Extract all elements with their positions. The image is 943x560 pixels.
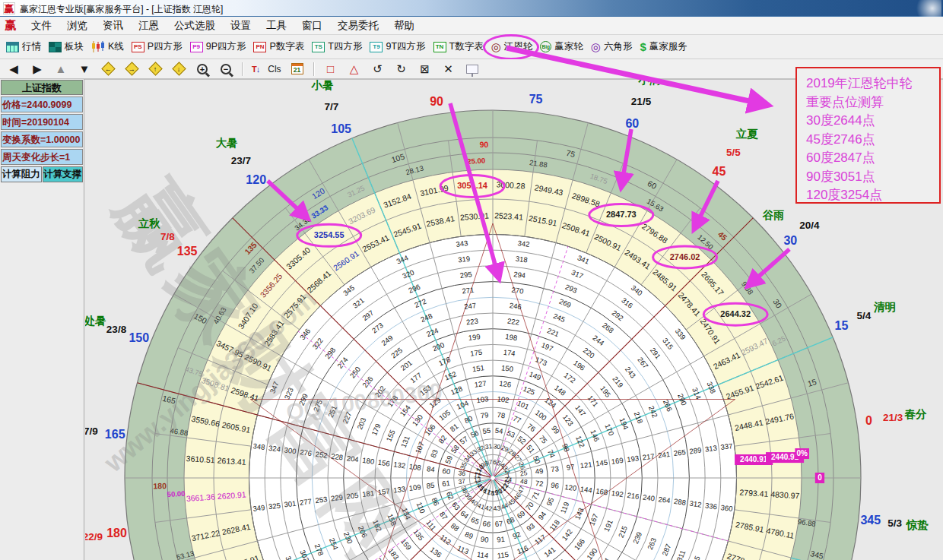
svg-text:2644.32: 2644.32: [720, 309, 751, 318]
svg-text:246: 246: [509, 301, 522, 311]
menu-item-帮助[interactable]: 帮助: [386, 18, 422, 33]
toolbar-item-sectors[interactable]: 板块: [47, 39, 85, 55]
svg-text:60: 60: [442, 467, 451, 476]
svg-text:150: 150: [129, 331, 149, 344]
menu-item-交易委托[interactable]: 交易委托: [330, 18, 386, 33]
svg-text:103: 103: [476, 394, 489, 404]
draw-tool-t-updown-icon[interactable]: T↓: [252, 62, 259, 77]
annotation-box: 2019年江恩轮中轮重要点位测算30度2644点45度2746点60度2847点…: [795, 67, 941, 204]
toolbar-item-quotes[interactable]: 行情: [5, 39, 43, 55]
draw-tool-forward-icon[interactable]: ▶: [30, 62, 45, 77]
toolbar-item-9p-square[interactable]: P99P四方形: [189, 39, 248, 55]
toolbar-item-label: 板块: [65, 40, 84, 53]
svg-text:24: 24: [504, 475, 513, 483]
svg-text:78: 78: [497, 410, 506, 419]
menu-item-窗口[interactable]: 窗口: [294, 18, 330, 33]
svg-text:4830.97: 4830.97: [770, 489, 800, 500]
svg-text:7/8: 7/8: [160, 231, 175, 242]
svg-text:21/3: 21/3: [883, 412, 903, 423]
toolbar-item-p-table[interactable]: PNP数字表: [252, 39, 306, 55]
toolbar-item-label: P四方形: [148, 40, 183, 53]
svg-text:5/5: 5/5: [726, 147, 741, 158]
side-panel-button-resistance[interactable]: 计算阻力: [1, 166, 42, 182]
svg-text:132: 132: [393, 460, 406, 470]
draw-tool-box-x-icon[interactable]: ⊠: [418, 62, 433, 77]
side-panel-field-3: 周天变化步长=1: [1, 149, 83, 165]
menu-item-浏览[interactable]: 浏览: [59, 18, 95, 33]
menu-item-文件[interactable]: 文件: [24, 18, 59, 33]
svg-text:96: 96: [551, 481, 560, 490]
svg-text:春分: 春分: [903, 408, 927, 420]
toolbar-item-kline[interactable]: K线: [90, 39, 125, 55]
draw-tool-board-icon[interactable]: [465, 62, 480, 77]
svg-text:105: 105: [331, 122, 351, 135]
toolbar-item-p-square[interactable]: PSP四方形: [130, 39, 184, 55]
hexagon-icon: ◎: [591, 42, 601, 52]
app-logo-icon: 赢: [3, 2, 15, 14]
9p-square-icon: P9: [190, 42, 203, 52]
svg-text:7/7: 7/7: [325, 101, 339, 112]
draw-tool-cls-icon[interactable]: Cls: [268, 62, 281, 77]
draw-tool-diamond-down-icon[interactable]: ↓: [171, 62, 186, 77]
annotation-line-5: 90度3051点: [806, 168, 939, 187]
draw-tool-diamond-right-icon[interactable]: →: [124, 62, 139, 77]
svg-text:180: 180: [106, 527, 127, 539]
draw-tool-zoom-out-icon[interactable]: −: [218, 62, 233, 77]
svg-text:90: 90: [480, 535, 489, 544]
svg-text:21/5: 21/5: [631, 96, 652, 107]
svg-text:处暑: 处暑: [85, 315, 106, 327]
svg-text:7/9: 7/9: [85, 426, 98, 437]
toolbar-item-t-square[interactable]: TST四方形: [310, 39, 364, 55]
draw-tool-square-icon[interactable]: □: [323, 62, 338, 77]
draw-tool-diamond-left-icon[interactable]: ←: [100, 62, 116, 77]
svg-text:5/4: 5/4: [857, 310, 872, 321]
toolbar-item-t-table[interactable]: TNT数字表: [432, 39, 485, 55]
svg-text:318: 318: [515, 255, 528, 264]
draw-tool-zoom-in-icon[interactable]: +: [195, 62, 210, 77]
menu-item-公式选股[interactable]: 公式选股: [167, 18, 223, 33]
svg-text:180: 180: [153, 481, 167, 490]
side-panel-button-support[interactable]: 计算支撑: [43, 166, 84, 182]
svg-text:惊蛰: 惊蛰: [906, 519, 929, 531]
draw-tool-rotate-cw-icon[interactable]: ↻: [394, 62, 409, 77]
quotes-grid-icon: [6, 42, 19, 52]
annotation-line-0: 2019年江恩轮中轮: [806, 74, 939, 93]
draw-tool-center-x-icon[interactable]: ✕: [441, 62, 456, 77]
svg-text:343: 343: [456, 239, 468, 248]
menu-item-工具[interactable]: 工具: [259, 18, 294, 33]
draw-tool-up-icon[interactable]: ▲: [53, 62, 68, 77]
toolbar-item-winner-wheel[interactable]: Big赢家轮: [538, 39, 585, 55]
svg-text:15: 15: [835, 319, 849, 332]
toolbar-item-gann-wheel[interactable]: ◎江恩轮: [490, 39, 535, 55]
svg-text:289: 289: [689, 445, 702, 455]
winner-wheel-icon: Big: [540, 41, 551, 52]
draw-tool-rotate-ccw-icon[interactable]: ↺: [370, 62, 386, 77]
toolbar-item-winner-service[interactable]: $赢家服务: [638, 39, 688, 55]
toolbar-item-9t-square[interactable]: T99T四方形: [368, 39, 427, 55]
svg-text:谷雨: 谷雨: [762, 209, 785, 221]
svg-text:0: 0: [818, 473, 822, 482]
svg-text:25.00: 25.00: [467, 157, 485, 166]
svg-text:2847.73: 2847.73: [606, 210, 637, 219]
title-bar: 赢 赢家江恩专业版[赢家服务平台] - [上证指数 江恩轮]: [0, 0, 943, 17]
draw-tool-triangle-icon[interactable]: △: [347, 62, 362, 77]
svg-text:175: 175: [470, 348, 483, 358]
menu-item-资讯[interactable]: 资讯: [95, 18, 131, 33]
toolbar-item-hexagon[interactable]: ◎六角形: [589, 39, 634, 55]
svg-text:349: 349: [252, 503, 265, 513]
toolbar-item-label: 行情: [22, 40, 41, 53]
draw-tool-back-icon[interactable]: ◀: [6, 62, 21, 77]
toolbar-main: 行情板块K线PSP四方形P99P四方形PNP数字表TST四方形T99T四方形TN…: [0, 35, 943, 59]
svg-text:3610.51: 3610.51: [186, 454, 215, 464]
draw-tool-down-icon[interactable]: ▼: [77, 62, 92, 77]
svg-text:60: 60: [625, 117, 639, 130]
svg-text:360: 360: [720, 503, 733, 513]
draw-tool-diamond-up-icon[interactable]: ↑: [148, 62, 163, 77]
dollar-icon: $: [640, 40, 646, 53]
toolbar-item-label: 9P四方形: [206, 40, 246, 53]
menu-item-江恩[interactable]: 江恩: [131, 18, 167, 33]
menu-item-设置[interactable]: 设置: [223, 18, 259, 33]
draw-tool-calendar-icon[interactable]: 21: [290, 62, 305, 77]
draw-tool-sep-icon: [313, 62, 315, 76]
svg-text:2440.91: 2440.91: [771, 453, 799, 461]
